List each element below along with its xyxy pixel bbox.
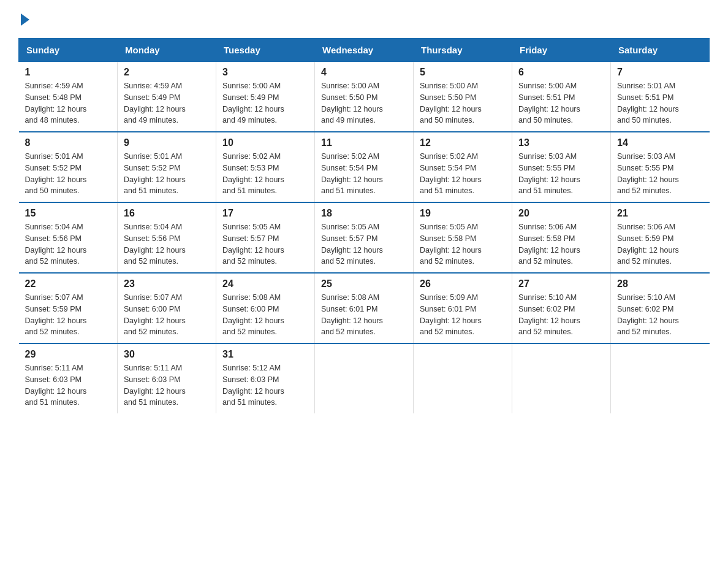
day-info: Sunrise: 5:04 AM Sunset: 5:56 PM Dayligh… (124, 221, 210, 267)
logo (18, 12, 29, 26)
day-number: 12 (420, 137, 506, 148)
calendar-cell: 23Sunrise: 5:07 AM Sunset: 6:00 PM Dayli… (118, 273, 216, 343)
day-number: 3 (222, 67, 308, 78)
day-number: 21 (617, 208, 703, 219)
calendar-cell: 28Sunrise: 5:10 AM Sunset: 6:02 PM Dayli… (611, 273, 710, 343)
day-info: Sunrise: 5:05 AM Sunset: 5:58 PM Dayligh… (420, 221, 506, 267)
calendar-cell: 21Sunrise: 5:06 AM Sunset: 5:59 PM Dayli… (611, 202, 710, 273)
calendar-cell: 11Sunrise: 5:02 AM Sunset: 5:54 PM Dayli… (315, 132, 414, 202)
calendar-cell: 30Sunrise: 5:11 AM Sunset: 6:03 PM Dayli… (118, 343, 216, 413)
day-number: 23 (124, 278, 210, 289)
calendar-cell: 15Sunrise: 5:04 AM Sunset: 5:56 PM Dayli… (19, 202, 118, 273)
day-info: Sunrise: 5:03 AM Sunset: 5:55 PM Dayligh… (617, 151, 703, 197)
calendar-cell: 1Sunrise: 4:59 AM Sunset: 5:48 PM Daylig… (19, 62, 118, 132)
day-number: 18 (321, 208, 407, 219)
day-info: Sunrise: 5:00 AM Sunset: 5:51 PM Dayligh… (518, 80, 604, 126)
day-info: Sunrise: 5:08 AM Sunset: 6:01 PM Dayligh… (321, 292, 407, 338)
day-number: 31 (222, 349, 308, 360)
day-info: Sunrise: 5:05 AM Sunset: 5:57 PM Dayligh… (222, 221, 308, 267)
calendar-week-row: 22Sunrise: 5:07 AM Sunset: 5:59 PM Dayli… (19, 273, 710, 343)
day-number: 4 (321, 67, 407, 78)
day-info: Sunrise: 5:01 AM Sunset: 5:52 PM Dayligh… (25, 151, 112, 197)
day-info: Sunrise: 5:01 AM Sunset: 5:52 PM Dayligh… (124, 151, 210, 197)
weekday-header-tuesday: Tuesday (216, 39, 315, 62)
day-number: 16 (124, 208, 210, 219)
day-number: 22 (25, 278, 112, 289)
calendar-cell: 31Sunrise: 5:12 AM Sunset: 6:03 PM Dayli… (216, 343, 315, 413)
day-info: Sunrise: 5:03 AM Sunset: 5:55 PM Dayligh… (518, 151, 604, 197)
calendar-table: SundayMondayTuesdayWednesdayThursdayFrid… (18, 38, 710, 413)
day-number: 24 (222, 278, 308, 289)
day-info: Sunrise: 5:02 AM Sunset: 5:54 PM Dayligh… (321, 151, 407, 197)
day-number: 25 (321, 278, 407, 289)
day-info: Sunrise: 5:10 AM Sunset: 6:02 PM Dayligh… (518, 292, 604, 338)
calendar-cell: 26Sunrise: 5:09 AM Sunset: 6:01 PM Dayli… (414, 273, 512, 343)
page-header (18, 12, 710, 26)
calendar-cell: 4Sunrise: 5:00 AM Sunset: 5:50 PM Daylig… (315, 62, 414, 132)
calendar-body: 1Sunrise: 4:59 AM Sunset: 5:48 PM Daylig… (19, 62, 710, 414)
calendar-cell: 27Sunrise: 5:10 AM Sunset: 6:02 PM Dayli… (512, 273, 611, 343)
calendar-cell: 25Sunrise: 5:08 AM Sunset: 6:01 PM Dayli… (315, 273, 414, 343)
day-info: Sunrise: 5:06 AM Sunset: 5:59 PM Dayligh… (617, 221, 703, 267)
day-number: 14 (617, 137, 703, 148)
day-info: Sunrise: 4:59 AM Sunset: 5:48 PM Dayligh… (25, 80, 112, 126)
day-number: 8 (25, 137, 112, 148)
calendar-cell: 19Sunrise: 5:05 AM Sunset: 5:58 PM Dayli… (414, 202, 512, 273)
day-info: Sunrise: 4:59 AM Sunset: 5:49 PM Dayligh… (124, 80, 210, 126)
day-number: 29 (25, 349, 112, 360)
day-number: 11 (321, 137, 407, 148)
day-info: Sunrise: 5:07 AM Sunset: 5:59 PM Dayligh… (25, 292, 112, 338)
weekday-header-saturday: Saturday (611, 39, 710, 62)
day-number: 28 (617, 278, 703, 289)
calendar-cell (611, 343, 710, 413)
day-number: 6 (518, 67, 604, 78)
day-info: Sunrise: 5:01 AM Sunset: 5:51 PM Dayligh… (617, 80, 703, 126)
calendar-cell: 9Sunrise: 5:01 AM Sunset: 5:52 PM Daylig… (118, 132, 216, 202)
calendar-cell: 10Sunrise: 5:02 AM Sunset: 5:53 PM Dayli… (216, 132, 315, 202)
calendar-cell: 7Sunrise: 5:01 AM Sunset: 5:51 PM Daylig… (611, 62, 710, 132)
day-info: Sunrise: 5:09 AM Sunset: 6:01 PM Dayligh… (420, 292, 506, 338)
day-number: 9 (124, 137, 210, 148)
calendar-cell: 13Sunrise: 5:03 AM Sunset: 5:55 PM Dayli… (512, 132, 611, 202)
day-number: 26 (420, 278, 506, 289)
weekday-header-thursday: Thursday (414, 39, 512, 62)
day-info: Sunrise: 5:06 AM Sunset: 5:58 PM Dayligh… (518, 221, 604, 267)
logo-arrow-icon (21, 13, 29, 26)
day-info: Sunrise: 5:12 AM Sunset: 6:03 PM Dayligh… (222, 362, 308, 408)
calendar-cell: 29Sunrise: 5:11 AM Sunset: 6:03 PM Dayli… (19, 343, 118, 413)
calendar-week-row: 8Sunrise: 5:01 AM Sunset: 5:52 PM Daylig… (19, 132, 710, 202)
day-number: 15 (25, 208, 112, 219)
day-info: Sunrise: 5:08 AM Sunset: 6:00 PM Dayligh… (222, 292, 308, 338)
calendar-cell: 17Sunrise: 5:05 AM Sunset: 5:57 PM Dayli… (216, 202, 315, 273)
day-info: Sunrise: 5:05 AM Sunset: 5:57 PM Dayligh… (321, 221, 407, 267)
calendar-cell: 2Sunrise: 4:59 AM Sunset: 5:49 PM Daylig… (118, 62, 216, 132)
day-number: 30 (124, 349, 210, 360)
calendar-cell: 5Sunrise: 5:00 AM Sunset: 5:50 PM Daylig… (414, 62, 512, 132)
day-number: 20 (518, 208, 604, 219)
calendar-cell: 20Sunrise: 5:06 AM Sunset: 5:58 PM Dayli… (512, 202, 611, 273)
calendar-week-row: 29Sunrise: 5:11 AM Sunset: 6:03 PM Dayli… (19, 343, 710, 413)
day-number: 2 (124, 67, 210, 78)
calendar-cell: 22Sunrise: 5:07 AM Sunset: 5:59 PM Dayli… (19, 273, 118, 343)
day-info: Sunrise: 5:00 AM Sunset: 5:49 PM Dayligh… (222, 80, 308, 126)
calendar-cell: 24Sunrise: 5:08 AM Sunset: 6:00 PM Dayli… (216, 273, 315, 343)
day-info: Sunrise: 5:11 AM Sunset: 6:03 PM Dayligh… (124, 362, 210, 408)
calendar-week-row: 1Sunrise: 4:59 AM Sunset: 5:48 PM Daylig… (19, 62, 710, 132)
weekday-header-sunday: Sunday (19, 39, 118, 62)
day-info: Sunrise: 5:02 AM Sunset: 5:53 PM Dayligh… (222, 151, 308, 197)
day-info: Sunrise: 5:00 AM Sunset: 5:50 PM Dayligh… (321, 80, 407, 126)
weekday-header-wednesday: Wednesday (315, 39, 414, 62)
calendar-week-row: 15Sunrise: 5:04 AM Sunset: 5:56 PM Dayli… (19, 202, 710, 273)
calendar-cell: 6Sunrise: 5:00 AM Sunset: 5:51 PM Daylig… (512, 62, 611, 132)
calendar-header: SundayMondayTuesdayWednesdayThursdayFrid… (19, 39, 710, 62)
calendar-cell: 12Sunrise: 5:02 AM Sunset: 5:54 PM Dayli… (414, 132, 512, 202)
day-number: 19 (420, 208, 506, 219)
weekday-header-row: SundayMondayTuesdayWednesdayThursdayFrid… (19, 39, 710, 62)
day-info: Sunrise: 5:00 AM Sunset: 5:50 PM Dayligh… (420, 80, 506, 126)
calendar-cell: 18Sunrise: 5:05 AM Sunset: 5:57 PM Dayli… (315, 202, 414, 273)
weekday-header-monday: Monday (118, 39, 216, 62)
day-number: 7 (617, 67, 703, 78)
day-number: 13 (518, 137, 604, 148)
calendar-cell (414, 343, 512, 413)
calendar-cell (512, 343, 611, 413)
